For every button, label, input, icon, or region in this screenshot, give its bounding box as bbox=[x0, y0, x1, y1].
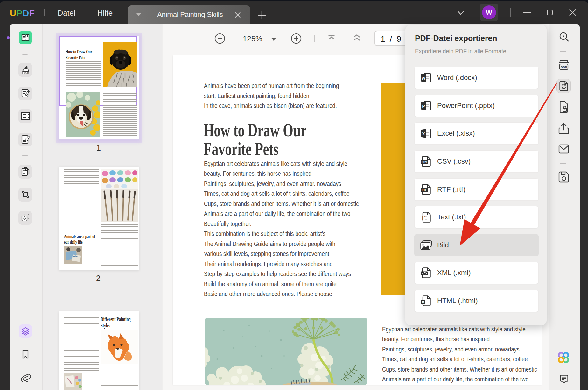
svg-text:P: P bbox=[422, 104, 425, 109]
svg-text:W: W bbox=[422, 76, 426, 81]
svg-text:OCR: OCR bbox=[560, 65, 567, 69]
svg-text:RTF: RTF bbox=[422, 188, 427, 192]
svg-text:T: T bbox=[421, 214, 425, 221]
svg-text:X: X bbox=[422, 131, 425, 136]
svg-text:H: H bbox=[422, 300, 424, 304]
svg-text:CSV: CSV bbox=[422, 160, 427, 164]
